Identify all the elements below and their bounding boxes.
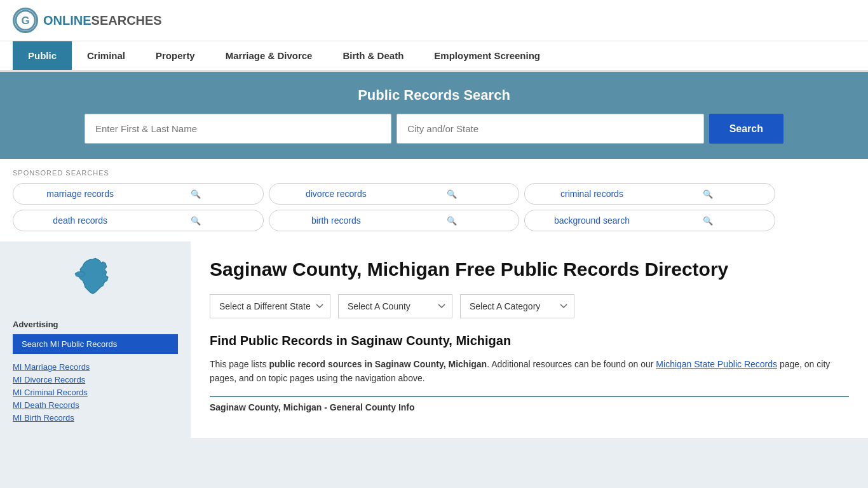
- main-content: Advertising Search MI Public Records MI …: [0, 241, 868, 438]
- logo-icon: G: [13, 8, 38, 33]
- page-title: Saginaw County, Michigan Free Public Rec…: [210, 257, 849, 281]
- search-banner: Public Records Search Search: [0, 72, 868, 159]
- banner-title: Public Records Search: [25, 87, 843, 104]
- search-pills: marriage records 🔍 divorce records 🔍 cri…: [13, 183, 775, 231]
- location-input[interactable]: [397, 114, 703, 144]
- search-form: Search: [85, 114, 783, 144]
- site-header: G ONLINESEARCHES: [0, 0, 868, 41]
- search-icon: 🔍: [138, 189, 254, 199]
- content-area: Saginaw County, Michigan Free Public Rec…: [191, 241, 868, 438]
- search-icon: 🔍: [394, 216, 510, 226]
- county-dropdown[interactable]: Select A County: [338, 294, 452, 318]
- pill-criminal-records[interactable]: criminal records 🔍: [524, 183, 775, 205]
- state-dropdown[interactable]: Select a Different State: [210, 294, 330, 318]
- search-icon: 🔍: [650, 189, 766, 199]
- nav-item-employment[interactable]: Employment Screening: [419, 41, 555, 70]
- dropdowns: Select a Different State Select A County…: [210, 294, 849, 318]
- nav-item-public[interactable]: Public: [13, 41, 72, 70]
- state-map: [13, 254, 178, 307]
- sponsored-label: SPONSORED SEARCHES: [13, 169, 855, 177]
- nav-item-property[interactable]: Property: [140, 41, 210, 70]
- logo-text: ONLINESEARCHES: [43, 13, 162, 28]
- sidebar-link-criminal[interactable]: MI Criminal Records: [13, 387, 178, 397]
- search-mi-button[interactable]: Search MI Public Records: [13, 334, 178, 354]
- sponsored-section: SPONSORED SEARCHES marriage records 🔍 di…: [0, 159, 868, 241]
- pill-birth-records[interactable]: birth records 🔍: [269, 210, 520, 231]
- find-text: This page lists public record sources in…: [210, 357, 849, 386]
- sidebar-links: MI Marriage Records MI Divorce Records M…: [13, 362, 178, 423]
- michigan-state-link[interactable]: Michigan State Public Records: [656, 359, 777, 369]
- search-icon: 🔍: [394, 189, 510, 199]
- svg-text:G: G: [21, 15, 29, 27]
- site-logo[interactable]: G ONLINESEARCHES: [13, 8, 162, 33]
- sidebar-link-divorce[interactable]: MI Divorce Records: [13, 374, 178, 384]
- search-icon: 🔍: [138, 216, 254, 226]
- pill-divorce-records[interactable]: divorce records 🔍: [269, 183, 520, 205]
- pill-death-records[interactable]: death records 🔍: [13, 210, 264, 231]
- search-button[interactable]: Search: [709, 114, 783, 144]
- name-input[interactable]: [85, 114, 391, 144]
- category-dropdown[interactable]: Select A Category: [460, 294, 574, 318]
- nav-item-marriage-divorce[interactable]: Marriage & Divorce: [210, 41, 328, 70]
- pill-background-search[interactable]: background search 🔍: [524, 210, 775, 231]
- search-icon: 🔍: [650, 216, 766, 226]
- sidebar-link-marriage[interactable]: MI Marriage Records: [13, 362, 178, 372]
- nav-item-criminal[interactable]: Criminal: [72, 41, 140, 70]
- main-nav: Public Criminal Property Marriage & Divo…: [0, 41, 868, 72]
- find-title: Find Public Records in Saginaw County, M…: [210, 334, 849, 348]
- ad-label: Advertising: [13, 320, 178, 329]
- pill-marriage-records[interactable]: marriage records 🔍: [13, 183, 264, 205]
- sidebar: Advertising Search MI Public Records MI …: [0, 241, 191, 438]
- county-info-bar: Saginaw County, Michigan - General Count…: [210, 396, 849, 412]
- nav-item-birth-death[interactable]: Birth & Death: [327, 41, 419, 70]
- sidebar-link-death[interactable]: MI Death Records: [13, 400, 178, 410]
- sidebar-link-birth[interactable]: MI Birth Records: [13, 412, 178, 423]
